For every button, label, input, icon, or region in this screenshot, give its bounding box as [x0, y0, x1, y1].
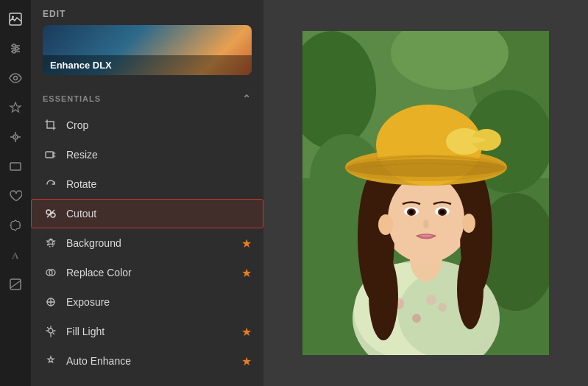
sidebar-item-rect[interactable] — [2, 153, 29, 180]
auto-enhance-label: Auto Enhance — [66, 355, 241, 367]
sidebar-item-adjust[interactable] — [2, 35, 29, 62]
svg-point-7 — [13, 50, 15, 53]
menu-item-exposure[interactable]: Exposure — [31, 287, 263, 317]
resize-icon — [43, 147, 59, 163]
icon-bar: A — [0, 0, 31, 386]
svg-point-52 — [369, 252, 398, 340]
crop-label: Crop — [66, 119, 252, 131]
fill-light-label: Fill Light — [66, 326, 241, 337]
svg-rect-19 — [46, 152, 53, 158]
background-icon — [43, 235, 59, 251]
menu-item-replace-color[interactable]: Replace Color ★ — [31, 258, 263, 287]
sidebar-item-badge[interactable] — [2, 212, 29, 239]
menu-item-cutout[interactable]: Cutout — [31, 199, 263, 228]
svg-point-44 — [426, 295, 436, 305]
menu-item-background[interactable]: Background ★ — [31, 228, 263, 258]
background-label: Background — [66, 237, 241, 249]
svg-point-10 — [15, 136, 16, 138]
svg-point-24 — [49, 329, 53, 333]
svg-text:A: A — [12, 250, 19, 261]
svg-point-8 — [14, 77, 18, 80]
background-star: ★ — [241, 236, 252, 250]
replace-color-icon — [43, 264, 59, 281]
sidebar-item-star[interactable] — [2, 94, 29, 121]
svg-point-1 — [12, 16, 14, 18]
sidebar-item-eye[interactable] — [2, 65, 29, 91]
exposure-label: Exposure — [66, 296, 252, 308]
menu-item-rotate[interactable]: Rotate — [31, 169, 263, 199]
photo-container — [278, 15, 573, 371]
menu-item-crop[interactable]: Crop — [31, 110, 263, 140]
menu-item-fill-light[interactable]: Fill Light ★ — [31, 317, 263, 346]
edit-header: EDIT — [31, 0, 263, 25]
svg-point-69 — [462, 214, 475, 233]
replace-color-star: ★ — [241, 266, 252, 280]
svg-line-29 — [48, 328, 49, 329]
exposure-icon — [43, 294, 59, 310]
enhance-dlx-card[interactable]: Enhance DLX — [43, 25, 252, 75]
auto-enhance-star: ★ — [241, 354, 252, 368]
svg-point-54 — [388, 175, 464, 263]
essentials-header: ESSENTIALS ⌃ — [31, 87, 263, 110]
replace-color-label: Replace Color — [66, 267, 241, 278]
svg-rect-15 — [10, 163, 21, 170]
cutout-label: Cutout — [66, 208, 252, 220]
svg-point-43 — [412, 314, 421, 323]
svg-line-30 — [53, 333, 54, 334]
svg-point-60 — [440, 210, 444, 214]
svg-point-6 — [15, 47, 18, 50]
svg-point-68 — [378, 214, 393, 235]
menu-item-auto-enhance[interactable]: Auto Enhance ★ — [31, 346, 263, 376]
sidebar-item-nodes[interactable] — [2, 124, 29, 150]
cutout-icon — [43, 206, 59, 222]
sidebar-item-photo[interactable] — [2, 6, 29, 32]
svg-point-59 — [409, 210, 414, 214]
photo-display — [302, 31, 549, 355]
svg-point-5 — [13, 44, 15, 47]
resize-label: Resize — [66, 149, 252, 161]
menu-item-resize[interactable]: Resize — [31, 140, 263, 169]
main-content — [263, 0, 588, 386]
enhance-dlx-label: Enhance DLX — [43, 55, 252, 75]
rotate-label: Rotate — [66, 178, 252, 190]
svg-point-61 — [423, 220, 429, 228]
auto-enhance-icon — [43, 353, 59, 369]
fill-light-icon — [43, 323, 59, 340]
essentials-toggle[interactable]: ⌃ — [242, 93, 252, 105]
svg-line-18 — [10, 281, 21, 288]
rotate-icon — [43, 176, 59, 192]
svg-point-67 — [347, 159, 506, 177]
svg-point-53 — [457, 248, 483, 329]
svg-point-46 — [438, 303, 447, 312]
sidebar-item-heart[interactable] — [2, 183, 29, 209]
sidebar-item-effects[interactable] — [2, 271, 29, 298]
sidebar-item-text[interactable]: A — [2, 242, 29, 268]
fill-light-star: ★ — [241, 325, 252, 339]
crop-icon — [43, 117, 59, 133]
sidebar: EDIT Enhance DLX ESSENTIALS ⌃ Crop Resiz… — [31, 0, 263, 386]
essentials-label: ESSENTIALS — [43, 94, 101, 103]
